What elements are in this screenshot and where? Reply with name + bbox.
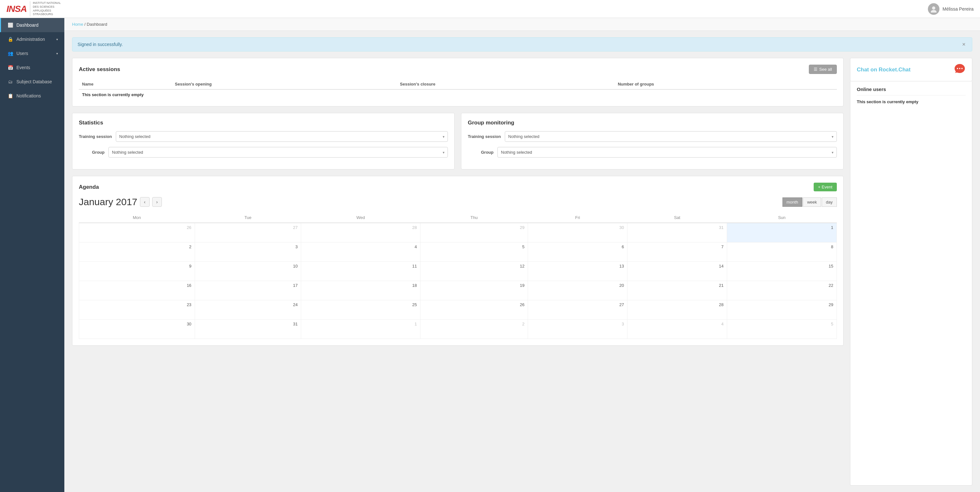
sidebar-item-subject-database[interactable]: 🗂 Subject Database bbox=[0, 75, 64, 89]
agenda-nav: January 2017 ‹ › bbox=[79, 197, 162, 208]
calendar-day-cell[interactable]: 9 bbox=[79, 262, 195, 281]
agenda-header: Agenda + Event bbox=[79, 183, 837, 191]
calendar-day-cell[interactable]: 21 bbox=[627, 281, 727, 300]
view-buttons: month week day bbox=[783, 197, 837, 207]
agenda-month-year: January 2017 bbox=[79, 197, 137, 208]
calendar-day-cell[interactable]: 27 bbox=[528, 300, 627, 319]
stats-monitoring-row: Statistics Training session Nothing sele… bbox=[72, 113, 843, 170]
online-panel: Online users This section is currently e… bbox=[850, 81, 972, 486]
calendar-day-cell[interactable]: 30 bbox=[79, 319, 195, 339]
sessions-table: Name Session's opening Session's closure… bbox=[79, 79, 837, 100]
week-view-button[interactable]: week bbox=[803, 197, 821, 207]
alert-close-button[interactable]: × bbox=[961, 41, 967, 47]
calendar-day-cell[interactable]: 18 bbox=[301, 281, 420, 300]
sidebar-item-label: Administration bbox=[16, 37, 45, 42]
calendar-day-cell[interactable]: 30 bbox=[528, 223, 627, 242]
calendar-day-cell[interactable]: 20 bbox=[528, 281, 627, 300]
calendar-day-cell[interactable]: 15 bbox=[727, 262, 837, 281]
monitoring-training-session-select[interactable]: Nothing selected bbox=[505, 131, 837, 142]
agenda-title: Agenda bbox=[79, 184, 99, 190]
calendar-week-row: 303112345 bbox=[79, 319, 837, 339]
calendar-day-cell[interactable]: 26 bbox=[79, 223, 195, 242]
calendar-day-cell[interactable]: 11 bbox=[301, 262, 420, 281]
calendar-day-cell[interactable]: 3 bbox=[195, 242, 301, 262]
calendar-day-cell[interactable]: 13 bbox=[528, 262, 627, 281]
content-area: Home / Dashboard Signed in successfully.… bbox=[64, 18, 980, 492]
calendar-header-row: MonTueWedThuFriSatSun bbox=[79, 213, 837, 223]
sidebar-item-users[interactable]: 👥 Users ▾ bbox=[0, 46, 64, 60]
lock-icon: 🔒 bbox=[7, 37, 13, 42]
calendar-week-row: 9101112131415 bbox=[79, 262, 837, 281]
sidebar-item-label: Events bbox=[16, 65, 30, 70]
calendar-day-cell[interactable]: 27 bbox=[195, 223, 301, 242]
sessions-empty: This section is currently empty bbox=[79, 89, 837, 100]
monitor-icon: ⬜ bbox=[7, 22, 13, 28]
agenda-card: Agenda + Event January 2017 ‹ › month bbox=[72, 176, 843, 346]
logo-area: INSA INSTITUT NATIONAL DES SCIENCES APPL… bbox=[6, 1, 61, 16]
calendar-day-cell[interactable]: 4 bbox=[301, 242, 420, 262]
add-event-button[interactable]: + Event bbox=[814, 183, 837, 191]
stats-training-group: Training session Nothing selected ▾ bbox=[79, 131, 448, 142]
calendar-day-cell[interactable]: 31 bbox=[195, 319, 301, 339]
chat-panel: Chat on Rocket.Chat bbox=[850, 58, 972, 81]
calendar-day-header: Sun bbox=[727, 213, 837, 223]
monitoring-group-label: Group bbox=[468, 150, 493, 155]
prev-month-button[interactable]: ‹ bbox=[140, 197, 150, 207]
calendar-icon: 📅 bbox=[7, 65, 13, 70]
stats-training-session-select[interactable]: Nothing selected bbox=[116, 131, 448, 142]
calendar-day-cell[interactable]: 29 bbox=[727, 300, 837, 319]
chevron-down-icon: ▾ bbox=[56, 52, 58, 55]
online-empty-text: This section is currently empty bbox=[857, 99, 966, 104]
calendar-day-cell[interactable]: 1 bbox=[727, 223, 837, 242]
calendar-day-cell[interactable]: 2 bbox=[79, 242, 195, 262]
calendar-day-cell[interactable]: 26 bbox=[420, 300, 528, 319]
see-all-button[interactable]: ☰ See all bbox=[809, 65, 837, 74]
active-sessions-header: Active sessions ☰ See all bbox=[79, 65, 837, 74]
calendar-day-cell[interactable]: 6 bbox=[528, 242, 627, 262]
calendar-day-cell[interactable]: 29 bbox=[420, 223, 528, 242]
logo-insa: INSA bbox=[6, 4, 27, 14]
calendar-day-cell[interactable]: 3 bbox=[528, 319, 627, 339]
calendar-day-cell[interactable]: 17 bbox=[195, 281, 301, 300]
calendar-day-cell[interactable]: 25 bbox=[301, 300, 420, 319]
next-month-button[interactable]: › bbox=[152, 197, 162, 207]
month-view-button[interactable]: month bbox=[783, 197, 802, 207]
calendar-week-row: 2627282930311 bbox=[79, 223, 837, 242]
calendar-day-cell[interactable]: 28 bbox=[301, 223, 420, 242]
calendar-body: 2627282930311234567891011121314151617181… bbox=[79, 223, 837, 339]
calendar-day-cell[interactable]: 12 bbox=[420, 262, 528, 281]
sidebar-item-administration[interactable]: 🔒 Administration ▾ bbox=[0, 32, 64, 46]
avatar bbox=[928, 3, 939, 15]
alert-success: Signed in successfully. × bbox=[72, 37, 972, 51]
calendar-day-cell[interactable]: 24 bbox=[195, 300, 301, 319]
calendar-day-cell[interactable]: 5 bbox=[420, 242, 528, 262]
calendar-day-cell[interactable]: 31 bbox=[627, 223, 727, 242]
calendar-day-cell[interactable]: 1 bbox=[301, 319, 420, 339]
sidebar-item-events[interactable]: 📅 Events bbox=[0, 60, 64, 75]
calendar-day-cell[interactable]: 14 bbox=[627, 262, 727, 281]
calendar-day-cell[interactable]: 8 bbox=[727, 242, 837, 262]
calendar-day-header: Thu bbox=[420, 213, 528, 223]
sidebar-item-dashboard[interactable]: ⬜ Dashboard bbox=[0, 18, 64, 32]
calendar-day-cell[interactable]: 5 bbox=[727, 319, 837, 339]
calendar-day-cell[interactable]: 23 bbox=[79, 300, 195, 319]
user-area[interactable]: Mélissa Pereira bbox=[928, 3, 974, 15]
calendar-day-cell[interactable]: 28 bbox=[627, 300, 727, 319]
col-opening: Session's opening bbox=[172, 79, 397, 89]
content-main: Active sessions ☰ See all Name bbox=[72, 58, 843, 486]
breadcrumb: Home / Dashboard bbox=[64, 18, 980, 31]
monitoring-group-select[interactable]: Nothing selected bbox=[497, 147, 837, 157]
breadcrumb-home[interactable]: Home bbox=[72, 22, 83, 27]
stats-group-select[interactable]: Nothing selected bbox=[108, 147, 448, 157]
calendar-day-cell[interactable]: 7 bbox=[627, 242, 727, 262]
day-view-button[interactable]: day bbox=[822, 197, 837, 207]
calendar-day-cell[interactable]: 2 bbox=[420, 319, 528, 339]
sidebar-item-notifications[interactable]: 📋 Notifications bbox=[0, 89, 64, 103]
calendar-day-cell[interactable]: 16 bbox=[79, 281, 195, 300]
calendar-day-cell[interactable]: 22 bbox=[727, 281, 837, 300]
calendar-day-header: Sat bbox=[627, 213, 727, 223]
active-sessions-card: Active sessions ☰ See all Name bbox=[72, 58, 843, 106]
calendar-day-cell[interactable]: 4 bbox=[627, 319, 727, 339]
calendar-day-cell[interactable]: 10 bbox=[195, 262, 301, 281]
calendar-day-cell[interactable]: 19 bbox=[420, 281, 528, 300]
